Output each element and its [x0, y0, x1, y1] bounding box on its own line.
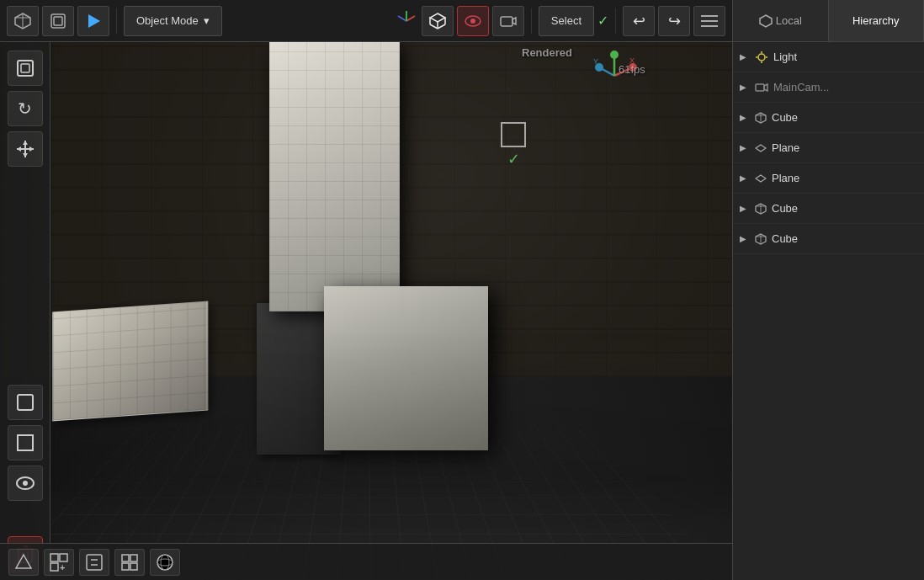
svg-marker-37 — [17, 146, 21, 152]
svg-rect-53 — [87, 555, 102, 570]
layers-icon-btn[interactable] — [42, 6, 74, 36]
svg-text:Z: Z — [612, 51, 617, 52]
plane-icon-2 — [755, 174, 767, 183]
play-icon — [84, 12, 103, 30]
mesh-btn[interactable] — [8, 549, 39, 576]
hi-arrow-plane1: ▶ — [740, 143, 750, 152]
refresh-icon: ↻ — [18, 98, 32, 119]
add-mesh-btn[interactable]: + — [44, 549, 74, 576]
svg-text:+: + — [60, 562, 65, 572]
hi-label-maincam: MainCam... — [773, 81, 917, 93]
3d-view-btn[interactable] — [422, 6, 454, 36]
plane-icon-1 — [755, 144, 767, 152]
axis-gizmo: X Y Z — [589, 51, 640, 101]
svg-text:Y: Y — [593, 57, 598, 66]
camera-small-icon — [755, 82, 768, 93]
select-label: Select — [551, 14, 581, 27]
box-outline-icon — [16, 434, 35, 452]
svg-rect-69 — [756, 84, 764, 91]
rendered-label: Rendered — [522, 46, 572, 59]
material-btn[interactable] — [150, 549, 180, 576]
hierarchy-item-cube1[interactable]: ▶ Cube — [733, 103, 924, 133]
svg-rect-13 — [54, 17, 62, 25]
hi-label-cube2: Cube — [772, 202, 917, 215]
svg-rect-50 — [60, 554, 67, 561]
eye-view-btn[interactable] — [457, 6, 489, 36]
hi-label-plane2: Plane — [772, 172, 917, 184]
svg-point-25 — [470, 19, 475, 24]
sphere-icon — [156, 553, 174, 572]
svg-line-23 — [438, 24, 445, 29]
hi-label-cube3: Cube — [772, 232, 917, 245]
svg-marker-48 — [16, 555, 31, 568]
select-tool-btn[interactable] — [8, 51, 43, 86]
add-mesh-icon: + — [50, 553, 68, 572]
undo-icon: ↩ — [633, 12, 645, 30]
svg-point-60 — [157, 555, 173, 570]
svg-rect-58 — [122, 563, 129, 570]
svg-marker-70 — [764, 84, 767, 91]
tab-local[interactable]: Local — [733, 0, 829, 41]
cube-small-icon-1 — [755, 112, 767, 124]
svg-rect-56 — [122, 555, 129, 561]
svg-rect-32 — [21, 64, 29, 72]
hierarchy-item-light[interactable]: ▶ Light — [733, 42, 924, 72]
hi-label-light: Light — [773, 51, 917, 63]
mesh-triangle-icon — [14, 553, 33, 572]
tab-hierarchy[interactable]: Hierarchy — [829, 0, 925, 41]
hierarchy-item-cube2[interactable]: ▶ Cube — [733, 194, 924, 224]
object-icon-btn[interactable] — [7, 6, 39, 36]
svg-line-16 — [398, 16, 406, 21]
svg-rect-26 — [501, 17, 512, 26]
hierarchy-item-maincam[interactable]: ▶ MainCam... — [733, 72, 924, 103]
svg-marker-74 — [756, 145, 766, 152]
hi-arrow-cube2: ▶ — [740, 204, 750, 213]
refresh-btn[interactable]: ↻ — [8, 91, 43, 126]
svg-line-15 — [406, 16, 415, 21]
hierarchy-item-plane2[interactable]: ▶ Plane — [733, 163, 924, 194]
hierarchy-item-cube3[interactable]: ▶ Cube — [733, 224, 924, 254]
svg-rect-57 — [130, 555, 137, 561]
3d-box-icon — [428, 12, 447, 30]
hierarchy-label: Hierarchy — [852, 14, 900, 27]
toolbar-sep-2 — [531, 8, 532, 34]
eye-icon — [464, 12, 482, 30]
viewport[interactable]: X Y Z ✓ Rendered 61fps — [0, 0, 732, 580]
modifier-btn[interactable] — [79, 549, 109, 576]
toolbar-sep-1 — [116, 8, 117, 34]
hamburger-icon — [701, 14, 718, 28]
hi-arrow-cube3: ▶ — [740, 234, 750, 243]
right-panel: Local Hierarchy ▶ Light ▶ Ma — [732, 0, 924, 580]
svg-rect-59 — [130, 563, 137, 570]
svg-rect-40 — [18, 435, 33, 450]
select-button[interactable]: Select — [539, 6, 594, 36]
eye-btn[interactable] — [8, 466, 43, 501]
hi-arrow-maincam: ▶ — [740, 82, 750, 92]
svg-rect-49 — [50, 554, 58, 561]
select-box-icon — [15, 58, 35, 78]
move-tool-btn[interactable] — [8, 131, 43, 167]
svg-rect-39 — [18, 395, 33, 410]
hierarchy-item-plane1[interactable]: ▶ Plane — [733, 133, 924, 163]
hi-arrow-light: ▶ — [740, 52, 750, 61]
checkmark-overlay: ✓ — [507, 150, 520, 168]
play-icon-btn[interactable] — [77, 6, 109, 36]
svg-marker-36 — [23, 153, 28, 157]
box-btn[interactable] — [8, 425, 43, 460]
menu-btn[interactable] — [693, 6, 725, 36]
undo-btn[interactable]: ↩ — [623, 6, 655, 36]
modifier-icon — [85, 553, 104, 572]
particle-btn[interactable] — [114, 549, 145, 576]
bottom-toolbar: + — [0, 543, 732, 580]
layers-stack-icon — [15, 392, 35, 412]
camera-btn[interactable] — [492, 6, 524, 36]
mode-label: Object Mode — [136, 14, 199, 27]
layers-btn[interactable] — [8, 385, 43, 420]
redo-btn[interactable]: ↪ — [658, 6, 690, 36]
hi-label-cube1: Cube — [772, 111, 917, 124]
svg-marker-63 — [760, 15, 772, 27]
svg-marker-35 — [23, 141, 28, 145]
svg-point-64 — [758, 54, 765, 61]
svg-marker-18 — [430, 13, 445, 22]
mode-selector[interactable]: Object Mode ▾ — [124, 6, 222, 36]
